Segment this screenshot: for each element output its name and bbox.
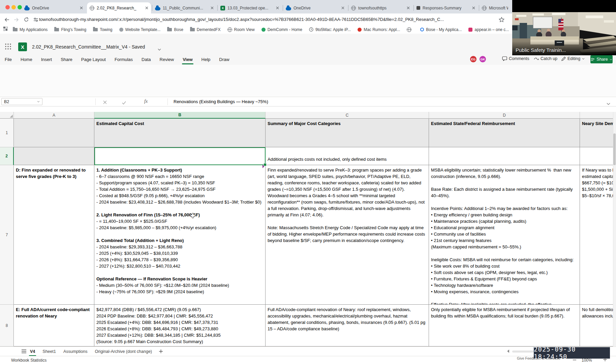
cell-e2[interactable] [580, 147, 616, 165]
column-header-a[interactable]: A [14, 112, 94, 119]
formula-bar-value[interactable]: Renovations (Existing Buildings — Heavy … [174, 97, 268, 107]
fx-icon[interactable]: fx [144, 99, 148, 104]
editing-dropdown[interactable]: Editing [561, 56, 585, 61]
column-header-b-selected[interactable]: B [94, 112, 266, 119]
close-icon[interactable] [211, 6, 214, 9]
close-icon[interactable] [472, 6, 475, 9]
share-button[interactable]: Share [590, 55, 613, 63]
row-header-7[interactable]: 7 [0, 165, 14, 305]
comments-button[interactable]: Comments [502, 56, 529, 61]
cell-c1[interactable]: Summary of Major Cost Categories [266, 119, 429, 147]
confirm-entry-icon[interactable] [122, 100, 126, 106]
bookmark-item[interactable]: Fling's Towing [54, 27, 86, 32]
sheet-tab-sheet1[interactable]: Sheet1 [42, 349, 56, 354]
bookmark-item[interactable]: Bose [167, 27, 183, 32]
site-settings-icon[interactable] [32, 16, 39, 23]
vertical-scrollbar-thumb[interactable] [613, 133, 616, 165]
close-icon[interactable] [145, 6, 148, 9]
browser-tab[interactable]: OneDrive [22, 2, 86, 13]
bookmark-item[interactable]: Mac Rumors: Appl... [358, 27, 400, 32]
menu-share[interactable]: Share [61, 57, 72, 62]
menu-data[interactable]: Data [142, 57, 151, 62]
browser-tab[interactable]: 11_Public_Communi... [152, 2, 216, 13]
bookmark-item[interactable] [407, 27, 413, 32]
avatar[interactable]: GK [479, 55, 487, 63]
cell-c7[interactable]: Finn expanded/renovated to serve PreK–3:… [266, 165, 429, 305]
bookmark-item[interactable]: 9to5Mac: Apple iP... [309, 27, 351, 32]
browser-tab[interactable]: OneDrive [283, 2, 347, 13]
browser-tab[interactable]: Microsoft Word - Fe... [479, 2, 513, 13]
workbook-statistics-button[interactable]: Workbook Statistics [11, 358, 47, 363]
menu-formulas[interactable]: Formulas [115, 57, 133, 62]
title-chevron-down-icon[interactable] [158, 46, 161, 52]
horizontal-scrollbar[interactable] [512, 351, 534, 353]
reload-icon[interactable] [23, 16, 30, 23]
column-header-c[interactable]: C [266, 112, 429, 119]
row-header-8[interactable]: 8 [0, 305, 14, 346]
close-icon[interactable] [407, 6, 410, 9]
cell-b1[interactable]: Estimated Capital Cost [94, 119, 266, 147]
bookmark-item[interactable]: Website Template... [119, 27, 161, 32]
cell-e1[interactable]: Neary Site Demo [580, 119, 616, 147]
sheet-tab-assumptions[interactable]: Assumptions [63, 349, 88, 354]
browser-tab[interactable]: X 13.03_Protected ope... [218, 2, 282, 13]
cell-a2[interactable] [14, 147, 94, 165]
cell-a8[interactable]: E: Full ADA/current code-compliant renov… [14, 305, 94, 346]
column-header-d[interactable]: D [429, 112, 580, 119]
bookmark-item[interactable]: Bose - My Applica... [420, 27, 462, 32]
add-sheet-icon[interactable] [159, 350, 163, 353]
forward-icon[interactable] [13, 16, 20, 23]
menu-review[interactable]: Review [160, 57, 174, 62]
row-header-2-selected[interactable]: 2 [0, 147, 14, 165]
avatar[interactable]: EG [469, 55, 477, 63]
cancel-entry-icon[interactable] [103, 99, 107, 105]
close-window-button[interactable] [5, 5, 10, 9]
browser-tab[interactable]: Responses-Summary [414, 2, 478, 13]
minimize-window-button[interactable] [11, 5, 16, 9]
sheet-tab-original-archive[interactable]: Original-Archive (dont change) [95, 349, 152, 354]
hscroll-left-icon[interactable] [507, 350, 510, 353]
browser-tab[interactable]: townofsouthttps [348, 2, 412, 13]
bookmark-item[interactable]: Room View [227, 27, 255, 32]
cell-d7[interactable]: MSBA eligibility uncertain; statisticall… [429, 165, 580, 305]
url-bar[interactable]: townofsouthborough-my.sharepoint.com/:x:… [39, 13, 497, 25]
cell-b2-selected[interactable] [94, 147, 266, 165]
fill-handle[interactable] [264, 163, 267, 166]
close-icon[interactable] [276, 6, 279, 9]
all-sheets-menu-icon[interactable] [22, 350, 26, 353]
cell-a7[interactable]: D: Finn expanded or renovated to serve f… [14, 165, 94, 305]
bookmark-item[interactable]: Towing [93, 27, 112, 32]
cell-d8[interactable]: Only potentially eligible for MSBA reimb… [429, 305, 580, 346]
meeting-video-overlay[interactable]: Public Safety Trainin... [512, 0, 616, 55]
bookmark-item[interactable]: DemComm - Home [261, 27, 302, 32]
apps-grid-icon[interactable] [3, 27, 8, 32]
close-icon[interactable] [80, 6, 83, 9]
cell-e7[interactable]: If Neary was to bestimated capital$667,7… [580, 165, 616, 305]
back-icon[interactable] [3, 16, 10, 23]
menu-home[interactable]: Home [21, 57, 32, 62]
close-icon[interactable] [341, 6, 344, 9]
cell-e8[interactable]: No full demolitioallowances inclu [580, 305, 616, 346]
menu-page-layout[interactable]: Page Layout [81, 57, 106, 62]
bookmark-item[interactable]: DementedFX [190, 27, 221, 32]
menu-help[interactable]: Help [202, 57, 211, 62]
bookmark-item[interactable]: My Applications [13, 27, 48, 32]
column-header-e[interactable] [580, 112, 616, 119]
browser-tab-active[interactable]: 2.02_PK8_Research_ [87, 2, 151, 13]
menu-insert[interactable]: Insert [41, 57, 52, 62]
cell-b7[interactable]: 1. Addition (Classrooms + PK–3 Support)-… [94, 165, 266, 305]
cell-b8[interactable]: $42,977,804 (DBB) / $45,556,472 (CMR) (9… [94, 305, 266, 346]
bookmark-item[interactable]: appear.in – one c... [468, 27, 509, 32]
cell-a1[interactable] [14, 119, 94, 147]
document-title[interactable]: 2.02_PK8_Research_Committee__Matrix_V4 -… [32, 44, 145, 50]
name-box[interactable]: B2 [1, 98, 42, 105]
cell-d2[interactable] [429, 147, 580, 165]
app-launcher-icon[interactable] [5, 43, 11, 51]
cell-d1[interactable]: Estimated State/Federal Reimbursement [429, 119, 580, 147]
sheet-tab-v4[interactable]: V4 [30, 349, 35, 354]
row-header-1[interactable]: 1 [0, 119, 14, 147]
cell-c2[interactable]: Additional projects costs not included, … [266, 147, 429, 165]
menu-draw[interactable]: Draw [219, 57, 229, 62]
bookmark-star-icon[interactable] [498, 16, 505, 23]
menu-view-active[interactable]: View [183, 57, 192, 62]
